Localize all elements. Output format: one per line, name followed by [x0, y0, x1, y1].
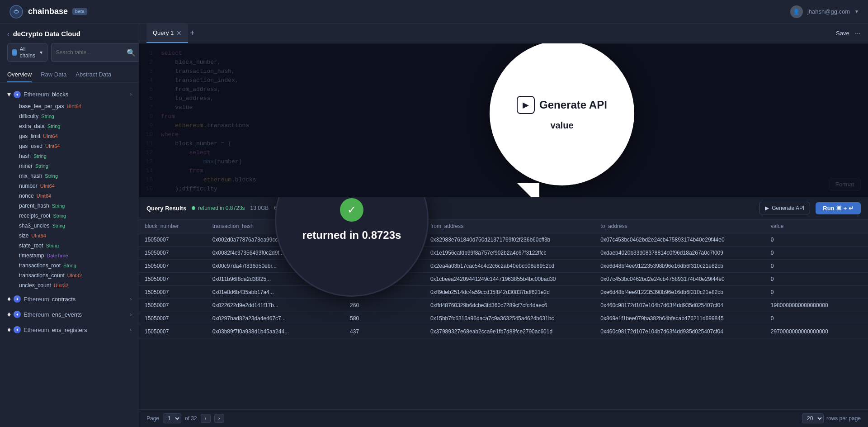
prev-page-button[interactable]: ‹: [201, 414, 211, 423]
cell-tx_index: 437: [344, 325, 425, 338]
cell-block_number: 15050007: [139, 260, 207, 273]
page-select[interactable]: 1: [163, 413, 181, 423]
nav-right: 👤 jhahsh@gg.com ▼: [790, 5, 859, 18]
cell-from_address: 0x15bb7fc6316a96daca7c9a3632545a4624b631…: [425, 312, 595, 325]
rows-per-page-select[interactable]: 20: [802, 413, 824, 423]
col-transaction_index: transaction_index: [344, 219, 425, 233]
page-of-label: of 32: [185, 415, 197, 422]
col-block_number: block_number: [139, 219, 207, 233]
ethereum-icon-3: ♦: [14, 311, 21, 318]
next-page-button[interactable]: ›: [214, 414, 224, 423]
main-layout: ‹ deCrypto Data Cloud All chains ▾ 🔍 Ove…: [0, 24, 868, 427]
field-miner[interactable]: minerString: [0, 161, 139, 171]
tree-group-ens-events: ♦ ♦ Ethereum ens_events ›: [0, 307, 139, 322]
cell-block_number: 15050007: [139, 325, 207, 338]
line-numbers: 12345 678910 1112131415 16: [139, 43, 157, 197]
sidebar-tabs: Overview Raw Data Abstract Data: [0, 67, 139, 83]
chain-selector-label: All chains: [19, 46, 37, 59]
field-state_root[interactable]: state_rootString: [0, 241, 139, 251]
field-timestamp[interactable]: timestampDateTime: [0, 251, 139, 261]
back-button[interactable]: ‹: [7, 30, 9, 38]
col-to_address: to_address: [595, 219, 765, 233]
cell-value: 2970000000000000000: [765, 325, 868, 338]
cell-tx_hash: 0x0082f4c37356493f0c2d9f...: [207, 247, 344, 260]
col-transaction_hash: transaction_hash: [207, 219, 344, 233]
cell-from_address: 0x1cbeea24209441249c14471963855b4bc00bad…: [425, 273, 595, 286]
tree-group-header-blocks[interactable]: ▾ ♦ Ethereum blocks ›: [0, 87, 139, 101]
table-row: 15050007 0x0297bad82a23da4e467c7... 580 …: [139, 312, 868, 325]
field-number[interactable]: numberUInt64: [0, 181, 139, 191]
field-hash[interactable]: hashString: [0, 151, 139, 161]
results-table-container[interactable]: block_number transaction_hash transactio…: [139, 219, 868, 409]
chain-selector[interactable]: All chains ▾: [7, 43, 47, 62]
tree-chevron-4: ›: [130, 327, 132, 332]
field-receipts_root[interactable]: receipts_rootString: [0, 211, 139, 221]
gen-api-icon: ▶: [765, 205, 769, 211]
field-parent_hash[interactable]: parent_hashString: [0, 201, 139, 211]
cell-to_address: 0x07c453bc0462bd2e24cb475893174b40e29f44…: [595, 233, 765, 247]
more-options-button[interactable]: ···: [855, 29, 861, 38]
tab-abstract-data[interactable]: Abstract Data: [75, 67, 111, 82]
field-transactions_count[interactable]: transactions_countUInt32: [0, 270, 139, 280]
page-label: Page: [146, 415, 159, 422]
cell-tx_hash: 0x01e8d6b435abb17a4...: [207, 286, 344, 299]
svg-point-2: [15, 9, 17, 11]
field-nonce[interactable]: nonceUInt64: [0, 191, 139, 201]
query-tab-1-close[interactable]: ✕: [176, 29, 182, 37]
content-area: Query 1 ✕ + Save ··· 12345 678910 111213…: [139, 24, 868, 427]
search-icon: 🔍: [127, 48, 136, 57]
col-value: value: [765, 219, 868, 233]
tab-overview[interactable]: Overview: [7, 67, 32, 82]
download-icon[interactable]: ⬇: [302, 204, 307, 213]
tree-group-header-ens-events[interactable]: ♦ ♦ Ethereum ens_events ›: [0, 308, 139, 321]
cell-tx_index: 96: [344, 260, 425, 273]
tree-group-header-ens-registers[interactable]: ♦ ♦ Ethereum ens_registers ›: [0, 323, 139, 337]
cell-tx_index: 353: [344, 273, 425, 286]
generate-api-bubble[interactable]: ▶ Generate API value: [490, 43, 634, 185]
cell-tx_hash: 0x022622d9e2dd141f17b...: [207, 299, 344, 312]
tree-group-contracts: ♦ ♦ Ethereum contracts ›: [0, 291, 139, 307]
status-dot: [192, 206, 195, 210]
svg-point-0: [10, 5, 23, 18]
cell-from_address: 0x37989327e68eab2cca9e1fb7d88fce2790ac60…: [425, 325, 595, 338]
run-button[interactable]: Run ⌘ + ↵: [816, 202, 861, 214]
field-mix_hash[interactable]: mix_hashString: [0, 171, 139, 181]
chain-selector-dropdown: ▾: [40, 49, 42, 56]
field-extra_data[interactable]: extra_dataString: [0, 121, 139, 131]
rows-per-page-control: 20 rows per page: [802, 413, 861, 423]
search-input[interactable]: [56, 49, 124, 56]
field-uncles_count[interactable]: uncles_countUInt32: [0, 280, 139, 290]
field-gas_limit[interactable]: gas_limitUInt64: [0, 131, 139, 141]
bubble-field-label: value: [550, 120, 573, 131]
query-tab-1[interactable]: Query 1 ✕: [146, 24, 188, 43]
nav-left: chainbase beta: [9, 5, 87, 19]
tree-group-header-contracts[interactable]: ♦ ♦ Ethereum contracts ›: [0, 292, 139, 306]
generate-api-bubble-container: ▶ Generate API value: [490, 43, 634, 185]
user-dropdown-arrow[interactable]: ▼: [854, 9, 859, 14]
tab-raw-data[interactable]: Raw Data: [41, 67, 66, 82]
format-button[interactable]: Format: [829, 178, 861, 191]
generate-api-button[interactable]: ▶ Generate API: [759, 202, 810, 214]
save-button[interactable]: Save: [836, 30, 849, 37]
field-transactions_root[interactable]: transactions_rootString: [0, 261, 139, 270]
expand-icon-2: ♦: [7, 295, 11, 303]
cell-from_address: 0x1e1956cafdb99f8a757ef902b2a4c67f3122ff…: [425, 247, 595, 260]
field-base_fee_per_gas[interactable]: base_fee_per_gasUInt64: [0, 101, 139, 111]
cell-tx_index: 580: [344, 312, 425, 325]
field-sha3_uncles[interactable]: sha3_unclesString: [0, 221, 139, 231]
table-row: 15050007 0x022622d9e2dd141f17b... 260 0x…: [139, 299, 868, 312]
results-table: block_number transaction_hash transactio…: [139, 219, 868, 338]
expand-icon-4: ♦: [7, 326, 11, 334]
field-gas_used[interactable]: gas_usedUInt64: [0, 141, 139, 151]
add-query-tab-button[interactable]: +: [190, 28, 195, 38]
table-row: 15050007 0x011b96f8da2d38f25... 353 0x1c…: [139, 273, 868, 286]
table-label-ens-registers: ens_registers: [52, 327, 87, 333]
cell-from_address: 0xff9deb2514dc4a59ccd35f842d30837bdf621e…: [425, 286, 595, 299]
sidebar-tree: ▾ ♦ Ethereum blocks › base_fee_per_gasUI…: [0, 83, 139, 427]
field-size[interactable]: sizeUInt64: [0, 231, 139, 241]
generate-api-icon: ▶: [517, 96, 535, 114]
run-label: Run ⌘ + ↵: [823, 205, 854, 212]
tree-group-blocks: ▾ ♦ Ethereum blocks › base_fee_per_gasUI…: [0, 86, 139, 291]
cell-tx_index: 260: [344, 299, 425, 312]
field-difficulty[interactable]: difficultyString: [0, 111, 139, 121]
